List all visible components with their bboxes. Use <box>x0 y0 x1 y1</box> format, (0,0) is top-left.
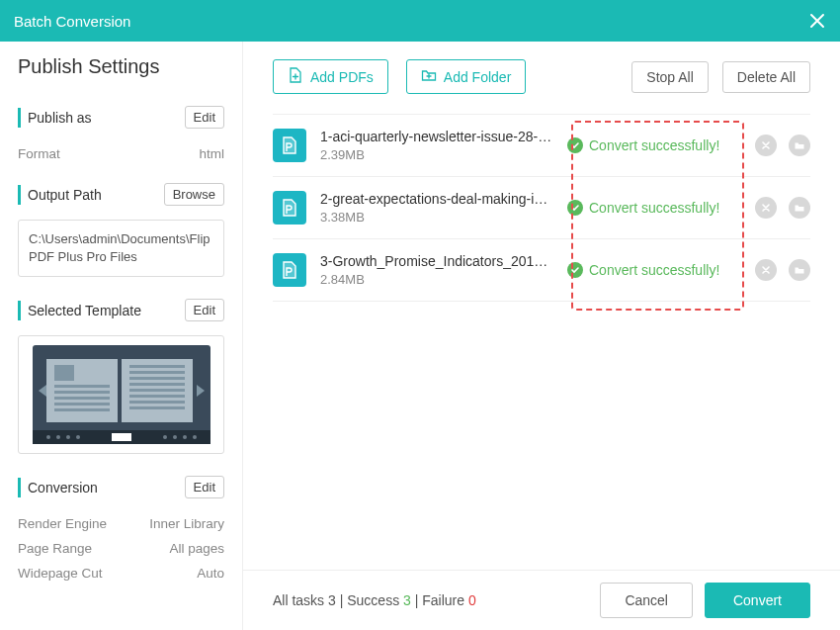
check-icon <box>567 262 583 278</box>
file-name: 2-great-expectations-deal-making-in-th..… <box>320 191 553 207</box>
file-name: 1-aci-quarterly-newsletter-issue-28-new.… <box>320 129 553 144</box>
output-path-value: C:\Users\admin\Documents\Flip PDF Plus P… <box>18 220 224 277</box>
convert-button[interactable]: Convert <box>705 583 810 618</box>
pdf-icon <box>273 253 306 287</box>
all-tasks-label: All tasks <box>273 592 324 608</box>
check-icon <box>567 200 583 216</box>
file-size: 3.38MB <box>320 210 553 225</box>
pdf-icon <box>273 129 306 162</box>
success-label: Success <box>347 592 399 608</box>
template-preview <box>18 335 224 454</box>
failure-count: 0 <box>468 592 476 608</box>
folder-icon <box>794 139 805 151</box>
svg-point-23 <box>66 435 70 439</box>
all-tasks-count: 3 <box>328 592 336 608</box>
svg-rect-13 <box>129 389 185 392</box>
format-label: Format <box>18 146 60 161</box>
add-file-icon <box>288 67 303 86</box>
file-status: Convert successfully! <box>567 200 735 216</box>
stop-all-button[interactable]: Stop All <box>631 61 708 93</box>
success-count: 3 <box>403 592 411 608</box>
svg-point-21 <box>46 435 50 439</box>
section-publish-as: Publish as Edit <box>18 106 224 129</box>
output-path-label: Output Path <box>18 185 102 205</box>
browse-button[interactable]: Browse <box>164 183 224 206</box>
window-title: Batch Conversion <box>14 13 130 30</box>
svg-rect-10 <box>129 371 185 374</box>
file-status-text: Convert successfully! <box>589 200 719 216</box>
edit-conversion-button[interactable]: Edit <box>185 476 224 498</box>
file-status-text: Convert successfully! <box>589 262 719 278</box>
check-icon <box>567 137 583 153</box>
format-value: html <box>199 146 224 161</box>
svg-point-27 <box>183 435 187 439</box>
section-conversion: Conversion Edit <box>18 476 224 498</box>
file-status: Convert successfully! <box>567 262 735 278</box>
file-name: 3-Growth_Promise_Indicators_2019.pdf <box>320 253 553 269</box>
svg-rect-20 <box>112 433 131 441</box>
edit-template-button[interactable]: Edit <box>185 299 224 321</box>
close-icon <box>761 265 771 275</box>
svg-rect-9 <box>129 365 185 368</box>
svg-point-26 <box>173 435 177 439</box>
add-folder-label: Add Folder <box>444 69 511 85</box>
pdf-icon <box>273 191 306 225</box>
page-range-row: Page Range All pages <box>18 541 224 556</box>
remove-file-button[interactable] <box>755 259 777 281</box>
add-folder-icon <box>421 67 437 86</box>
main-panel: Add PDFs Add Folder Stop All Delete All <box>243 42 840 630</box>
add-pdfs-button[interactable]: Add PDFs <box>273 59 388 94</box>
file-row: 2-great-expectations-deal-making-in-th..… <box>273 177 810 239</box>
section-selected-template: Selected Template Edit <box>18 299 224 321</box>
svg-rect-11 <box>129 377 185 380</box>
widepage-cut-value: Auto <box>197 566 224 581</box>
open-folder-button[interactable] <box>789 197 810 219</box>
render-engine-label: Render Engine <box>18 516 107 531</box>
flipbook-thumbnail-icon <box>33 345 210 444</box>
svg-rect-15 <box>129 401 185 404</box>
titlebar: Batch Conversion <box>0 0 840 42</box>
file-row: 1-aci-quarterly-newsletter-issue-28-new.… <box>273 115 810 177</box>
folder-icon <box>794 264 805 276</box>
task-summary: All tasks 3 | Success 3 | Failure 0 <box>273 592 476 608</box>
svg-point-24 <box>76 435 80 439</box>
close-icon <box>761 140 771 150</box>
svg-rect-3 <box>54 365 74 381</box>
svg-rect-16 <box>129 406 185 409</box>
edit-publish-as-button[interactable]: Edit <box>185 106 224 129</box>
render-engine-row: Render Engine Inner Library <box>18 516 224 531</box>
close-icon <box>761 203 771 213</box>
page-range-value: All pages <box>169 541 224 556</box>
svg-point-25 <box>163 435 167 439</box>
open-folder-button[interactable] <box>789 135 810 156</box>
folder-icon <box>794 202 805 214</box>
svg-rect-14 <box>129 395 185 398</box>
widepage-cut-label: Widepage Cut <box>18 566 103 581</box>
file-status: Convert successfully! <box>567 137 735 153</box>
toolbar: Add PDFs Add Folder Stop All Delete All <box>243 42 840 106</box>
file-row: 3-Growth_Promise_Indicators_2019.pdf 2.8… <box>273 239 810 302</box>
add-pdfs-label: Add PDFs <box>310 69 374 85</box>
file-size: 2.84MB <box>320 272 553 287</box>
svg-rect-12 <box>129 383 185 386</box>
remove-file-button[interactable] <box>755 135 777 156</box>
delete-all-button[interactable]: Delete All <box>722 61 810 93</box>
svg-rect-4 <box>54 385 110 388</box>
page-range-label: Page Range <box>18 541 92 556</box>
add-folder-button[interactable]: Add Folder <box>406 59 526 94</box>
sidebar-heading: Publish Settings <box>18 55 224 78</box>
section-output-path: Output Path Browse <box>18 183 224 206</box>
failure-label: Failure <box>422 592 464 608</box>
open-folder-button[interactable] <box>789 259 810 281</box>
svg-rect-8 <box>54 408 110 411</box>
render-engine-value: Inner Library <box>149 516 224 531</box>
format-row: Format html <box>18 146 224 161</box>
remove-file-button[interactable] <box>755 197 777 219</box>
file-status-text: Convert successfully! <box>589 137 719 153</box>
svg-point-22 <box>56 435 60 439</box>
svg-point-28 <box>193 435 197 439</box>
sidebar: Publish Settings Publish as Edit Format … <box>0 42 243 630</box>
close-icon[interactable] <box>808 12 826 30</box>
conversion-label: Conversion <box>18 478 98 497</box>
cancel-button[interactable]: Cancel <box>600 583 693 618</box>
